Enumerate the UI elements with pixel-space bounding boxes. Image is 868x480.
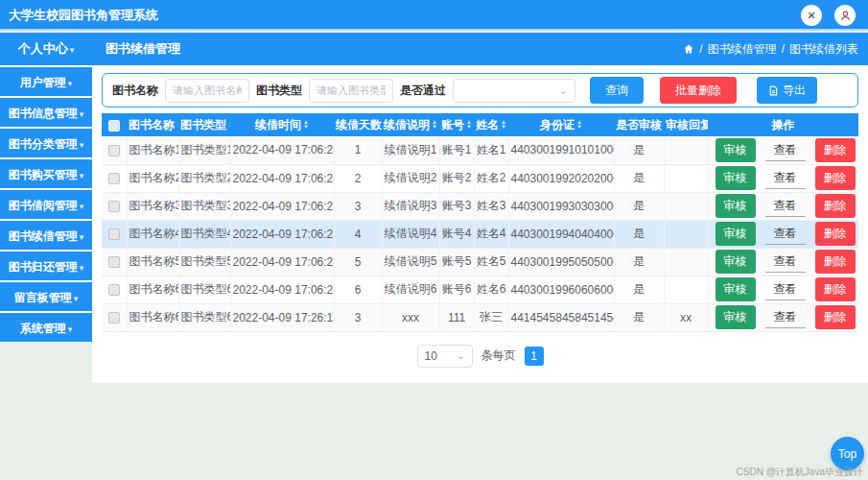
audit-button[interactable]: 审核 [716,166,756,190]
row-actions-cell: 审核查看删除 [708,276,858,303]
sidebar-item[interactable]: 用户管理▾ [0,65,92,96]
cell-renew-days: 3 [334,192,382,220]
row-checkbox-cell [102,164,127,192]
cell-audit-reply [664,220,708,248]
column-header[interactable]: 身份证▲▼ [508,113,614,136]
row-checkbox[interactable] [108,284,120,296]
sort-icon[interactable]: ▲▼ [501,120,506,130]
cell-renew-note: 续借说明1 [382,136,439,164]
column-header[interactable]: 续借说明▲▼ [382,113,439,136]
batch-delete-button[interactable]: 批量删除 [660,77,737,104]
breadcrumb-item[interactable]: 图书续借列表 [789,33,858,65]
page-size-select[interactable]: 10 ⌄ [417,345,473,368]
user-icon[interactable] [834,5,856,26]
delete-button[interactable]: 删除 [815,194,856,218]
sidebar-item-label: 留言板管理 [14,291,72,304]
sidebar-item[interactable]: 图书归还管理▾ [0,250,92,280]
book-name-input[interactable] [165,79,249,103]
sort-icon[interactable]: ▲▼ [303,120,309,130]
sidebar-item[interactable]: 图书信息管理▾ [0,96,92,127]
view-button[interactable]: 查看 [765,222,806,245]
row-checkbox[interactable] [108,173,120,184]
cell-audited: 是 [614,164,664,192]
delete-button[interactable]: 删除 [815,305,856,329]
page-number-button[interactable]: 1 [525,347,544,366]
select-all-checkbox[interactable] [108,120,120,132]
sidebar-item[interactable]: 图书借阅管理▾ [0,188,92,219]
row-checkbox-cell [102,248,127,276]
cell-book-type: 图书类型2 [178,164,230,192]
home-icon[interactable] [683,43,694,55]
audit-button[interactable]: 审核 [716,250,756,274]
view-button[interactable]: 查看 [765,305,806,328]
column-header[interactable]: 图书名称▲▼ [127,113,178,136]
column-header[interactable]: 图书类型▲▼ [178,113,230,136]
delete-button[interactable]: 删除 [815,277,856,301]
personal-center-label: 个人中心 [18,41,68,56]
view-button[interactable]: 查看 [765,166,806,189]
close-icon[interactable]: ✕ [801,5,822,26]
cell-name: 姓名6 [474,276,508,303]
column-header[interactable]: 账号▲▼ [439,113,474,136]
delete-button[interactable]: 删除 [815,166,856,190]
table-row: 图书名称6图书类型62022-04-09 17:06:286续借说明6账号6姓名… [102,276,858,303]
column-header[interactable]: 续借时间▲▼ [230,113,334,136]
cell-renew-days: 5 [334,248,382,276]
sidebar-item[interactable]: 图书购买管理▾ [0,157,92,188]
personal-center-menu[interactable]: 个人中心▾ [0,33,92,66]
sidebar-item[interactable]: 留言板管理▾ [0,280,92,311]
sort-icon[interactable]: ▲▼ [176,120,178,130]
sub-header-bar: 个人中心▾ 图书续借管理 / 图书续借管理 / 图书续借列表 [0,33,868,65]
sort-icon[interactable]: ▲▼ [576,120,582,130]
export-button[interactable]: 导出 [757,77,817,104]
column-header[interactable]: 是否审核▲▼ [614,113,664,136]
view-button[interactable]: 查看 [765,138,806,161]
view-button[interactable]: 查看 [765,250,806,273]
cell-book-name: 图书名称5 [127,248,178,276]
cell-audit-reply [664,136,708,164]
sort-icon[interactable]: ▲▼ [228,120,230,130]
row-checkbox[interactable] [108,228,120,240]
table-body: 图书名称1图书类型12022-04-09 17:06:281续借说明1账号1姓名… [102,136,858,331]
pass-select[interactable]: ⌄ [453,79,575,103]
cell-renew-time: 2022-04-09 17:26:13 [230,303,334,331]
audit-button[interactable]: 审核 [716,138,756,162]
row-checkbox[interactable] [108,145,120,156]
view-button[interactable]: 查看 [765,194,806,217]
sort-icon[interactable]: ▲▼ [466,120,472,130]
column-header[interactable]: 姓名▲▼ [474,113,508,136]
cell-renew-days: 4 [334,220,382,248]
delete-button[interactable]: 删除 [815,138,856,162]
cell-name: 姓名1 [474,136,508,164]
audit-button[interactable]: 审核 [716,222,756,246]
audit-button[interactable]: 审核 [716,277,756,301]
chevron-down-icon: ▾ [74,294,79,303]
cell-renew-days: 6 [334,276,382,303]
delete-button[interactable]: 删除 [815,250,856,274]
delete-button[interactable]: 删除 [815,222,856,246]
sidebar-item[interactable]: 图书分类管理▾ [0,127,92,157]
top-header-bar: 大学生校园图书角管理系统 ✕ [0,0,868,31]
sort-icon[interactable]: ▲▼ [432,120,437,130]
sidebar-item[interactable]: 系统管理▾ [0,311,92,342]
sidebar-item-label: 用户管理 [20,76,66,89]
view-button[interactable]: 查看 [765,277,806,300]
cell-renew-note: 续借说明5 [382,248,439,276]
book-type-input[interactable] [309,79,393,103]
row-checkbox[interactable] [108,256,120,268]
query-button[interactable]: 查询 [590,77,644,104]
audit-button[interactable]: 审核 [716,194,756,218]
table-row: 图书名称5图书类型52022-04-09 17:06:285续借说明5账号5姓名… [102,248,858,276]
cell-renew-note: 续借说明6 [382,276,439,303]
cell-id-card: 440300199505050005 [508,248,614,276]
row-checkbox[interactable] [108,201,120,212]
sidebar-item[interactable]: 图书续借管理▾ [0,219,92,250]
row-checkbox[interactable] [108,312,120,324]
cell-renew-days: 2 [334,164,382,192]
audit-button[interactable]: 审核 [716,305,756,329]
column-header[interactable]: 续借天数▲▼ [334,113,382,136]
breadcrumb-item[interactable]: 图书续借管理 [708,33,777,65]
cell-book-name: 图书名称2 [127,164,178,192]
sidebar-item-label: 图书购买管理 [9,168,78,181]
sidebar: 用户管理▾图书信息管理▾图书分类管理▾图书购买管理▾图书借阅管理▾图书续借管理▾… [0,65,92,342]
